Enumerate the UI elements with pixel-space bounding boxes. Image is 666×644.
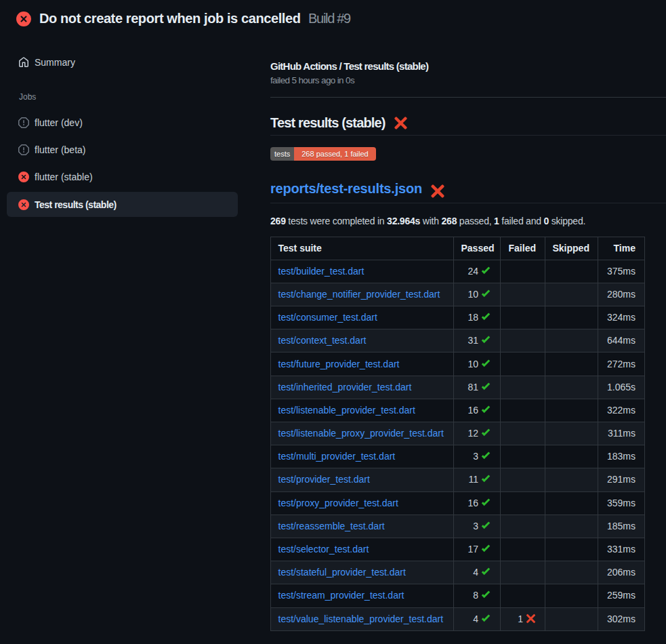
skipped-cell — [545, 468, 598, 491]
table-row: test/consumer_test.dart18324ms — [271, 306, 645, 329]
passed-count: 4 — [473, 567, 478, 578]
failed-cell — [501, 445, 545, 468]
passed-cell: 12 — [454, 422, 501, 445]
failed-cell — [501, 561, 545, 584]
jobs-section-label: Jobs — [19, 92, 270, 102]
run-status-failed-icon — [16, 12, 31, 26]
run-title: Do not create report when job is cancell… — [39, 12, 301, 25]
suite-cell: test/listenable_proxy_provider_test.dart — [271, 422, 454, 445]
check-mark-icon — [480, 312, 491, 323]
x-circle-fill-icon — [18, 172, 29, 182]
check-mark-icon — [480, 544, 491, 555]
suite-link[interactable]: test/builder_test.dart — [278, 266, 365, 277]
passed-cell: 4 — [454, 607, 501, 630]
time-cell: 324ms — [598, 306, 645, 329]
table-row: test/change_notifier_provider_test.dart1… — [271, 283, 645, 306]
suite-link[interactable]: test/context_test.dart — [278, 335, 367, 346]
tests-badge: tests 268 passed, 1 failed — [270, 147, 376, 161]
skipped-cell — [545, 491, 598, 515]
passed-count: 81 — [467, 382, 478, 393]
time-cell: 185ms — [598, 515, 645, 538]
job-label: flutter (beta) — [35, 144, 85, 155]
sidebar-job-flutter-dev[interactable]: flutter (dev) — [7, 109, 238, 136]
summary-part: with — [420, 216, 441, 226]
table-row: test/inherited_provider_test.dart811.065… — [271, 376, 645, 399]
failed-cell — [501, 468, 545, 491]
passed-count: 16 — [467, 405, 478, 416]
table-header-row: Test suite Passed Failed Skipped Time — [271, 237, 645, 260]
badge-row: tests 268 passed, 1 failed — [270, 147, 666, 161]
suite-link[interactable]: test/reassemble_test.dart — [278, 521, 385, 531]
summary-part: 1 — [494, 216, 499, 226]
summary-part: 0 — [543, 216, 549, 226]
suite-link[interactable]: test/change_notifier_provider_test.dart — [278, 289, 440, 300]
sidebar-job-flutter-beta[interactable]: flutter (beta) — [7, 136, 238, 163]
col-time: Time — [598, 237, 645, 260]
suite-link[interactable]: test/multi_provider_test.dart — [278, 451, 396, 462]
summary-part: failed and — [499, 216, 544, 226]
skipped-cell — [545, 538, 598, 561]
check-mark-icon — [480, 451, 491, 462]
summary-part: 269 — [270, 216, 286, 226]
suite-cell: test/listenable_provider_test.dart — [271, 399, 454, 422]
suite-link[interactable]: test/selector_test.dart — [278, 544, 369, 555]
time-cell: 1.065s — [598, 376, 645, 399]
suite-cell: test/value_listenable_provider_test.dart — [271, 607, 454, 630]
failed-count: 1 — [518, 613, 523, 624]
suite-link[interactable]: test/stateful_provider_test.dart — [278, 567, 406, 578]
passed-cell: 17 — [454, 538, 501, 561]
suite-cell: test/reassemble_test.dart — [271, 515, 454, 538]
sidebar-job-flutter-stable[interactable]: flutter (stable) — [7, 163, 238, 190]
time-cell: 280ms — [598, 283, 645, 306]
passed-cell: 16 — [454, 491, 501, 515]
passed-cell: 3 — [454, 515, 501, 538]
main-content: GitHub Actions / Test results (stable) f… — [270, 38, 666, 631]
passed-count: 16 — [467, 498, 478, 508]
table-row: test/selector_test.dart17331ms — [271, 538, 645, 561]
stop-icon — [18, 144, 29, 155]
time-cell: 375ms — [598, 260, 645, 283]
col-passed: Passed — [454, 237, 501, 260]
suite-cell: test/provider_test.dart — [271, 468, 454, 491]
suite-link[interactable]: test/provider_test.dart — [278, 474, 370, 485]
summary-part: 32.964s — [387, 216, 420, 226]
suite-link[interactable]: test/proxy_provider_test.dart — [278, 498, 398, 508]
suite-link[interactable]: test/consumer_test.dart — [278, 312, 377, 323]
failed-cell — [501, 329, 545, 353]
badge-value: 268 passed, 1 failed — [294, 147, 375, 161]
suite-link[interactable]: test/stream_provider_test.dart — [278, 590, 404, 601]
passed-cell: 10 — [454, 283, 501, 306]
summary-part: passed, — [457, 216, 494, 226]
passed-count: 4 — [473, 613, 478, 624]
skipped-cell — [545, 353, 598, 376]
table-row: test/future_provider_test.dart10272ms — [271, 353, 645, 376]
suite-link[interactable]: test/listenable_provider_test.dart — [278, 405, 415, 416]
run-build-number: Build #9 — [308, 12, 350, 25]
report-link[interactable]: reports/test-results.json — [270, 181, 422, 196]
sidebar-job-test-results-stable[interactable]: Test results (stable) — [7, 192, 238, 217]
results-table: Test suite Passed Failed Skipped Time te… — [270, 237, 645, 631]
check-mark-icon — [480, 382, 491, 393]
job-label: flutter (stable) — [35, 172, 93, 182]
table-row: test/listenable_provider_test.dart16322m… — [271, 399, 645, 422]
suite-cell: test/builder_test.dart — [271, 260, 454, 283]
passed-cell: 24 — [454, 260, 501, 283]
time-cell: 206ms — [598, 561, 645, 584]
time-cell: 311ms — [598, 422, 645, 445]
failed-cell — [501, 376, 545, 399]
sidebar-item-summary[interactable]: Summary — [7, 49, 238, 76]
suite-link[interactable]: test/inherited_provider_test.dart — [278, 382, 412, 393]
failed-cell — [501, 584, 545, 607]
failed-cell — [501, 491, 545, 515]
suite-link[interactable]: test/value_listenable_provider_test.dart — [278, 613, 444, 624]
time-cell: 183ms — [598, 445, 645, 468]
passed-count: 24 — [467, 266, 478, 277]
passed-count: 18 — [467, 312, 478, 323]
suite-cell: test/consumer_test.dart — [271, 306, 454, 329]
suite-link[interactable]: test/listenable_proxy_provider_test.dart — [278, 428, 444, 439]
skipped-cell — [545, 515, 598, 538]
passed-count: 3 — [473, 451, 478, 462]
suite-link[interactable]: test/future_provider_test.dart — [278, 359, 400, 369]
table-row: test/provider_test.dart11291ms — [271, 468, 645, 491]
time-cell: 272ms — [598, 353, 645, 376]
